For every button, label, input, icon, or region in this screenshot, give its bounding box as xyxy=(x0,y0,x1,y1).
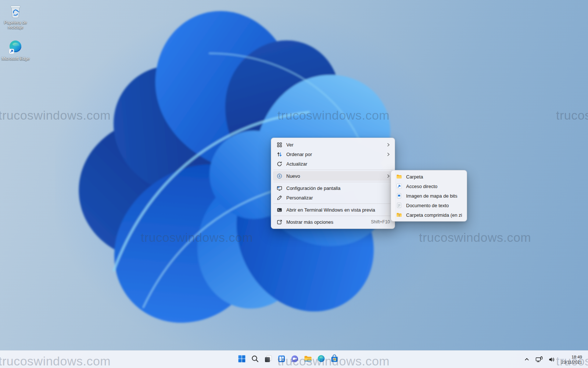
edge-icon xyxy=(7,39,24,55)
file-explorer-icon xyxy=(304,354,312,365)
menu-separator xyxy=(273,216,392,216)
folder-icon xyxy=(396,174,402,180)
taskbar: 18:49 23/11/2021 xyxy=(0,350,588,368)
chevron-right-icon xyxy=(386,143,390,147)
microsoft-store-icon xyxy=(330,354,339,365)
taskbar-clock[interactable]: 18:49 23/11/2021 xyxy=(560,354,584,365)
desktop-icon-microsoft-edge[interactable]: Microsoft Edge xyxy=(0,39,31,61)
tray-chevron-button[interactable] xyxy=(522,354,531,365)
task-view-icon xyxy=(264,354,273,365)
submenu-item-imagen-de-mapa-de-bits[interactable]: Imagen de mapa de bits xyxy=(393,191,465,201)
shortcut-arrow-icon xyxy=(396,183,402,189)
zip-folder-icon xyxy=(396,212,402,218)
widgets-icon xyxy=(277,354,286,365)
sort-arrows-icon xyxy=(276,151,282,157)
menu-item-abrir-en-terminal[interactable]: Abrir en Terminal Windows en vista previ… xyxy=(273,205,393,215)
taskbar-chat-button[interactable] xyxy=(288,353,301,366)
taskbar-store-button[interactable] xyxy=(328,353,341,366)
submenu-item-carpeta-comprimida[interactable]: Carpeta comprimida (en zip) xyxy=(393,210,465,220)
taskbar-tray: 18:49 23/11/2021 xyxy=(522,351,584,368)
chevron-right-icon xyxy=(386,152,390,156)
text-document-icon xyxy=(396,202,402,208)
windows-start-icon xyxy=(237,354,246,365)
refresh-icon xyxy=(276,161,282,167)
menu-item-configuracion-de-pantalla[interactable]: Configuración de pantalla xyxy=(273,183,393,193)
nuevo-submenu: Carpeta Acceso directo Imagen de mapa de… xyxy=(391,170,467,222)
edge-icon xyxy=(317,354,326,365)
taskbar-edge-button[interactable] xyxy=(315,353,328,366)
tray-date: 23/11/2021 xyxy=(561,360,582,365)
menu-separator xyxy=(273,170,392,170)
taskbar-file-explorer-button[interactable] xyxy=(301,353,315,366)
chevron-right-icon xyxy=(386,174,390,178)
taskbar-start-button[interactable] xyxy=(235,353,248,366)
network-icon[interactable] xyxy=(535,354,544,365)
desktop-context-menu: Ver Ordenar por Actualizar Nuevo xyxy=(271,138,395,229)
chat-icon xyxy=(290,354,299,365)
desktop-icon-recycle-bin[interactable]: Papelera de reciclaje xyxy=(0,3,31,30)
taskbar-search-button[interactable] xyxy=(248,353,262,366)
taskbar-task-view-button[interactable] xyxy=(262,353,275,366)
view-grid-icon xyxy=(276,142,282,148)
recycle-bin-icon xyxy=(7,3,24,19)
menu-separator xyxy=(273,204,392,204)
chevron-up-icon xyxy=(525,358,528,360)
menu-item-actualizar[interactable]: Actualizar xyxy=(273,159,393,169)
menu-separator xyxy=(273,182,392,182)
search-icon xyxy=(251,354,259,365)
menu-shortcut: Shift+F10 xyxy=(371,219,390,224)
taskbar-center-icons xyxy=(235,353,341,366)
personalize-brush-icon xyxy=(276,195,282,201)
display-settings-icon xyxy=(276,185,282,191)
menu-item-personalizar[interactable]: Personalizar xyxy=(273,193,393,202)
taskbar-widgets-button[interactable] xyxy=(275,353,288,366)
submenu-item-acceso-directo[interactable]: Acceso directo xyxy=(393,181,465,191)
menu-item-mostrar-mas-opciones[interactable]: Mostrar más opciones Shift+F10 xyxy=(273,217,393,227)
submenu-item-carpeta[interactable]: Carpeta xyxy=(393,172,465,181)
submenu-item-documento-de-texto[interactable]: Documento de texto xyxy=(393,201,465,210)
more-options-icon xyxy=(276,219,282,225)
tray-time: 18:49 xyxy=(561,354,582,360)
desktop-icon-label: Microsoft Edge xyxy=(1,56,30,61)
menu-item-ordenar-por[interactable]: Ordenar por xyxy=(273,149,393,159)
new-plus-icon xyxy=(276,173,282,179)
terminal-icon xyxy=(276,207,282,213)
desktop-icon-label: Papelera de reciclaje xyxy=(0,20,31,30)
menu-item-ver[interactable]: Ver xyxy=(273,140,393,149)
menu-item-nuevo[interactable]: Nuevo xyxy=(273,171,393,181)
volume-icon[interactable] xyxy=(547,354,556,365)
bitmap-image-icon xyxy=(396,193,402,199)
